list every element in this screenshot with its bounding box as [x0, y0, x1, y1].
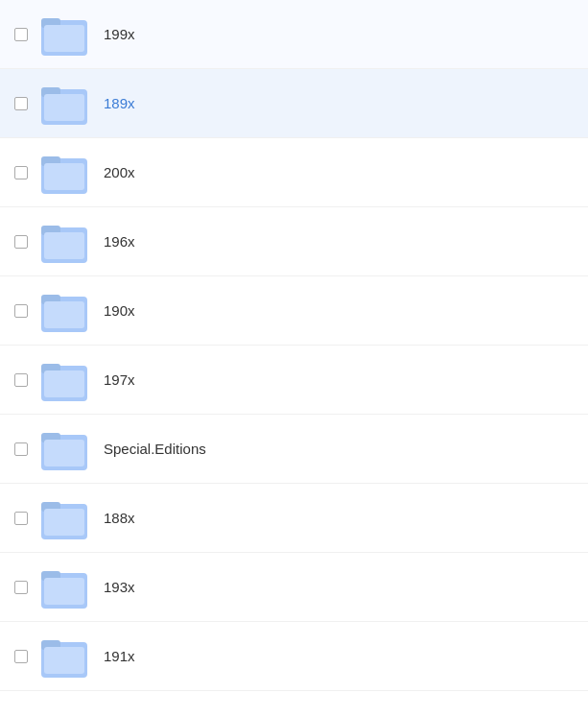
svg-rect-26 — [44, 578, 84, 605]
svg-rect-2 — [44, 25, 84, 52]
item-checkbox[interactable] — [14, 97, 28, 110]
checkbox-wrapper — [12, 373, 31, 387]
item-label: 190x — [104, 302, 135, 319]
list-item[interactable]: 190x — [0, 276, 588, 346]
list-item[interactable]: 196x — [0, 207, 588, 276]
list-item[interactable]: 189x — [0, 69, 588, 138]
item-label: 191x — [104, 648, 135, 664]
folder-icon-wrapper — [40, 80, 88, 128]
folder-icon — [41, 635, 87, 678]
folder-icon-wrapper — [40, 11, 88, 59]
list-item[interactable]: 191x — [0, 622, 588, 691]
list-item[interactable]: 199x — [0, 0, 588, 69]
item-checkbox[interactable] — [14, 373, 28, 387]
folder-icon-wrapper — [40, 356, 88, 404]
item-label: 200x — [104, 164, 135, 180]
folder-icon-wrapper — [40, 287, 88, 335]
svg-rect-23 — [44, 509, 84, 536]
checkbox-wrapper — [12, 512, 31, 525]
svg-rect-14 — [44, 301, 84, 328]
checkbox-wrapper — [12, 304, 31, 318]
checkbox-wrapper — [12, 166, 31, 179]
svg-rect-20 — [44, 440, 84, 466]
list-item[interactable]: 193x — [0, 553, 588, 622]
folder-icon-wrapper — [40, 425, 88, 473]
folder-icon — [41, 152, 87, 194]
folder-icon-wrapper — [40, 563, 88, 611]
folder-icon — [41, 83, 87, 125]
item-label: 189x — [104, 95, 135, 111]
checkbox-wrapper — [12, 97, 31, 110]
item-label: 196x — [104, 233, 135, 250]
list-item[interactable]: 188x — [0, 484, 588, 553]
checkbox-wrapper — [12, 650, 31, 663]
folder-icon — [41, 566, 87, 609]
folder-icon — [41, 13, 87, 56]
item-label: 199x — [104, 26, 135, 42]
item-checkbox[interactable] — [14, 442, 28, 456]
list-item[interactable]: 197x — [0, 346, 588, 415]
svg-rect-8 — [44, 163, 84, 190]
folder-icon-wrapper — [40, 494, 88, 542]
svg-rect-5 — [44, 94, 84, 121]
folder-icon-wrapper — [40, 633, 88, 681]
item-checkbox[interactable] — [14, 650, 28, 663]
folder-icon-wrapper — [40, 218, 88, 266]
item-label: 197x — [104, 371, 135, 388]
folder-icon — [41, 221, 87, 263]
list-item[interactable]: 200x — [0, 138, 588, 207]
checkbox-wrapper — [12, 28, 31, 41]
item-label: 193x — [104, 579, 135, 595]
item-checkbox[interactable] — [14, 581, 28, 594]
folder-icon-wrapper — [40, 149, 88, 197]
folder-icon — [41, 497, 87, 539]
item-checkbox[interactable] — [14, 304, 28, 318]
svg-rect-11 — [44, 232, 84, 259]
checkbox-wrapper — [12, 442, 31, 456]
list-item[interactable]: Special.Editions — [0, 415, 588, 484]
item-label: 188x — [104, 510, 135, 526]
item-checkbox[interactable] — [14, 166, 28, 179]
folder-icon — [41, 290, 87, 332]
folder-list: 199x 189x 200x 196x — [0, 0, 588, 691]
svg-rect-29 — [44, 647, 84, 674]
svg-rect-17 — [44, 370, 84, 397]
folder-icon — [41, 359, 87, 401]
checkbox-wrapper — [12, 235, 31, 249]
item-checkbox[interactable] — [14, 235, 28, 249]
checkbox-wrapper — [12, 581, 31, 594]
item-checkbox[interactable] — [14, 512, 28, 525]
folder-icon — [41, 428, 87, 470]
item-label: Special.Editions — [104, 441, 206, 457]
item-checkbox[interactable] — [14, 28, 28, 41]
